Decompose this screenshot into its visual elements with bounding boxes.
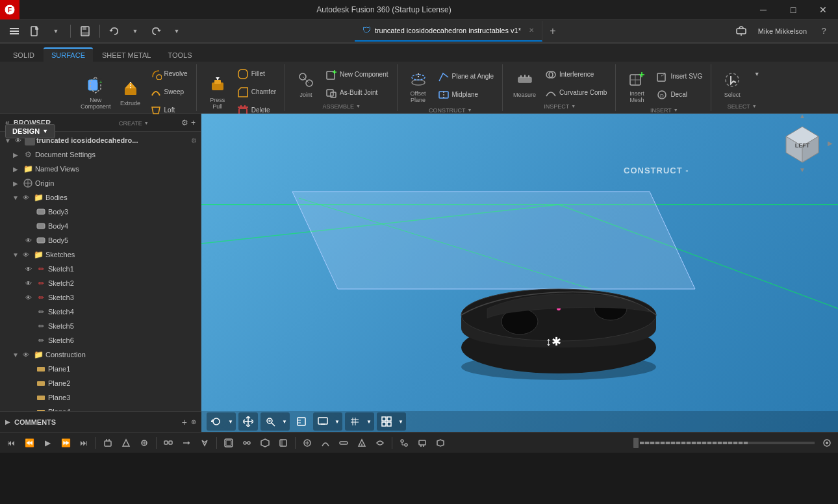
save-button[interactable] [76,22,94,40]
grid-caret-button[interactable]: ▼ [364,413,374,430]
sketches-visibility-icon[interactable]: 👁 [21,249,31,260]
play-button[interactable]: ▶ [39,435,56,451]
timeline-marker[interactable] [640,442,644,444]
revolve-button[interactable]: Revolve [146,66,191,82]
fillet-button[interactable]: Fillet [233,66,279,82]
select-arrow-button[interactable]: ▼ [748,65,766,83]
origin-expand-icon[interactable]: ▶ [10,178,21,188]
root-settings-icon[interactable]: ⚙ [189,136,198,145]
comments-add-button[interactable]: + [182,417,187,427]
timeline-start[interactable] [633,438,639,448]
timeline-marker[interactable] [655,442,659,444]
cube-nav-right[interactable]: ▶ [828,140,833,147]
timeline-settings-button[interactable] [819,435,835,451]
tool14-button[interactable] [353,435,370,451]
ribbon-tab-solid[interactable]: SOLID [5,49,42,62]
extrude-button[interactable]: Extrude [116,75,145,109]
body3-expand-icon[interactable] [23,207,34,217]
notifications-button[interactable] [732,22,750,40]
sketches-expand-icon[interactable]: ▼ [10,249,21,260]
timeline-marker[interactable] [718,442,722,444]
redo-button[interactable] [147,22,165,40]
insert-mesh-button[interactable]: InsertMesh [622,66,651,106]
win-maximize-button[interactable]: □ [778,0,808,19]
named-views-expand-icon[interactable]: ▶ [10,164,21,174]
tree-body3[interactable]: Body3 [0,205,201,219]
tree-plane3[interactable]: Plane3 [0,390,201,405]
display-caret-button[interactable]: ▼ [333,413,342,430]
file-arrow-button[interactable]: ▼ [47,22,65,40]
construction-expand-icon[interactable]: ▼ [10,349,21,360]
orbit-button[interactable] [207,413,225,430]
undo-arrow-button[interactable]: ▼ [126,22,144,40]
tab-close-icon[interactable]: ✕ [529,27,534,34]
tree-bodies[interactable]: ▼ 👁 📁 Bodies [0,190,201,205]
tool6-button[interactable] [196,435,213,451]
tool4-button[interactable] [160,435,177,451]
pan-button[interactable] [239,413,257,430]
joint-button[interactable]: Joint [292,67,320,101]
timeline-marker[interactable] [697,442,701,444]
timeline-area[interactable] [633,438,815,448]
sweep-button[interactable]: Sweep [146,84,191,101]
tree-named-views[interactable]: ▶ 📁 Named Views [0,162,201,176]
measure-button[interactable]: Measure [509,67,540,101]
select-button[interactable]: Select [718,67,746,101]
offset-plane-button[interactable]: OffsetPlane [404,66,433,106]
viewport-options-button[interactable] [377,413,396,430]
tool13-button[interactable] [335,435,352,451]
assemble-group-label[interactable]: ASSEMBLE ▼ [323,103,361,110]
construct-group-label[interactable]: CONSTRUCT ▼ [429,107,472,114]
zoom-button[interactable] [261,413,279,430]
new-component-button[interactable]: + NewComponent [77,72,115,112]
grid-button[interactable] [346,413,364,430]
sketch1-visibility-icon[interactable]: 👁 [23,264,34,274]
display-button[interactable] [314,413,332,430]
plane-angle-button[interactable]: Plane at Angle [434,68,498,85]
bodies-expand-icon[interactable]: ▼ [10,192,21,203]
cube-nav-up[interactable]: ▲ [799,114,806,120]
curvature-button[interactable]: Curvature Comb [541,84,610,101]
tool9-button[interactable] [257,435,273,451]
tool8-button[interactable] [238,435,255,451]
new-comp-button[interactable]: New Component [322,66,391,83]
tree-sketch3[interactable]: 👁 ✏ Sketch3 [0,290,201,305]
doc-settings-expand-icon[interactable]: ▶ [10,149,21,160]
loft-button[interactable]: Loft [146,102,191,119]
tool7-button[interactable] [220,435,237,451]
browser-settings-icon[interactable]: ⚙ [181,118,188,127]
press-pull-button[interactable]: PressPull [203,72,232,112]
tree-plane4[interactable]: Plane4 [0,405,201,411]
sketch2-visibility-icon[interactable]: 👁 [23,278,34,288]
timeline-marker[interactable] [707,442,711,444]
next-frame-button[interactable]: ⏩ [57,435,74,451]
redo-arrow-button[interactable]: ▼ [168,22,186,40]
tree-sketch2[interactable]: 👁 ✏ Sketch2 [0,276,201,290]
undo-button[interactable] [105,22,123,40]
select-group-label[interactable]: SELECT ▼ [728,103,757,110]
tree-sketch4[interactable]: ✏ Sketch4 [0,305,201,319]
tree-sketch6[interactable]: ✏ Sketch6 [0,333,201,347]
sketch3-visibility-icon[interactable]: 👁 [23,292,34,303]
user-profile-button[interactable]: Mike Mikkelson [753,22,812,40]
tool18-button[interactable] [432,435,449,451]
comments-panel[interactable]: ▶ COMMENTS + ⊕ [0,411,201,432]
new-file-button[interactable] [26,22,44,40]
ribbon-tab-tools[interactable]: TOOLS [160,49,199,62]
browser-expand-icon[interactable]: + [191,118,196,127]
create-group-label[interactable]: CREATE ▼ [119,120,149,127]
tree-sketches[interactable]: ▼ 👁 📁 Sketches [0,247,201,262]
body5-visibility-icon[interactable]: 👁 [23,235,34,246]
design-mode-button[interactable]: DESIGN ▼ [5,124,55,138]
win-minimize-button[interactable]: ─ [748,0,778,19]
asbuilt-button[interactable]: As-Built Joint [322,84,391,101]
timeline-marker[interactable] [687,442,691,444]
tool1-button[interactable] [99,435,116,451]
prev-frame-button[interactable]: ⏪ [21,435,38,451]
tool11-button[interactable] [299,435,316,451]
fit-all-button[interactable] [292,413,311,430]
chamfer-button[interactable]: Chamfer [233,84,279,101]
timeline-marker[interactable] [681,442,685,444]
tool12-button[interactable] [317,435,334,451]
win-close-button[interactable]: ✕ [808,0,838,19]
